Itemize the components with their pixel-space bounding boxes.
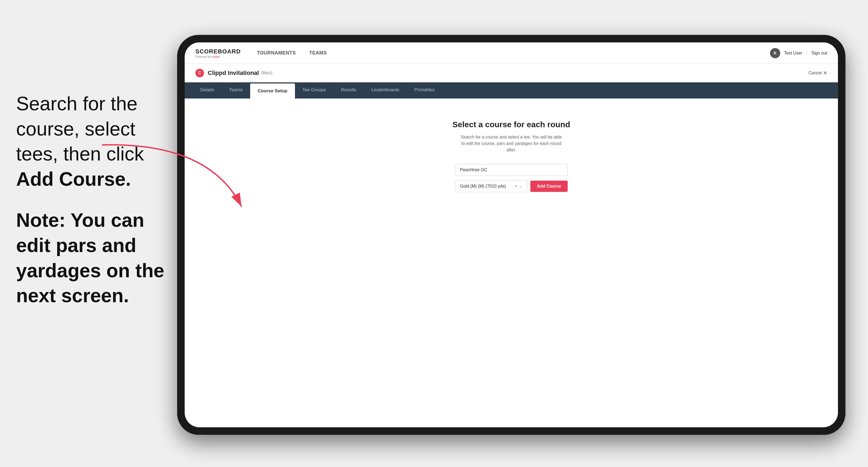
nav-tournaments[interactable]: TOURNAMENTS — [257, 50, 296, 56]
annotation-line1: Search for thecourse, selecttees, then c… — [16, 91, 166, 192]
tee-select-icons: × ⌄ — [515, 184, 522, 189]
tab-navigation: Details Teams Course Setup Tee Groups Re… — [185, 83, 838, 98]
tournament-icon: C — [195, 69, 204, 77]
tablet-device: SCOREBOARD Powered by clippd TOURNAMENTS… — [177, 35, 845, 435]
tab-details[interactable]: Details — [193, 83, 222, 98]
content-description: Search for a course and select a tee. Yo… — [460, 134, 562, 153]
tab-leaderboards[interactable]: Leaderboards — [364, 83, 407, 98]
content-title: Select a course for each round — [453, 120, 570, 129]
tournament-subtitle: (Men) — [261, 70, 272, 75]
cancel-button[interactable]: Cancel ✕ — [808, 70, 827, 76]
header-right: R Test User | Sign out — [770, 48, 827, 58]
annotation-bold: Add Course. — [16, 168, 131, 190]
main-content: Select a course for each round Search fo… — [185, 98, 838, 340]
tab-teams[interactable]: Teams — [222, 83, 250, 98]
separator: | — [806, 51, 807, 56]
logo-text: SCOREBOARD — [195, 48, 241, 55]
tablet-screen: SCOREBOARD Powered by clippd TOURNAMENTS… — [185, 42, 838, 427]
tee-select-value: Gold (M) (M) (7010 yds) — [460, 184, 506, 189]
nav-teams[interactable]: TEAMS — [309, 50, 327, 56]
tee-select-row: Gold (M) (M) (7010 yds) × ⌄ Add Course — [455, 180, 568, 192]
user-name: Test User — [784, 51, 803, 56]
add-course-button[interactable]: Add Course — [530, 181, 568, 192]
cancel-icon: ✕ — [823, 70, 827, 76]
logo-area: SCOREBOARD Powered by clippd — [195, 48, 241, 58]
sign-out-button[interactable]: Sign out — [811, 51, 827, 56]
tab-results[interactable]: Results — [333, 83, 364, 98]
annotation-note: Note: You canedit pars andyardages on th… — [16, 208, 166, 308]
tab-tee-groups[interactable]: Tee Groups — [295, 83, 334, 98]
user-avatar: R — [770, 48, 780, 58]
tee-clear-icon[interactable]: × — [515, 184, 517, 189]
nav-items: TOURNAMENTS TEAMS — [257, 50, 327, 56]
tournament-title: Clippd Invitational — [208, 69, 259, 76]
tournament-header: C Clippd Invitational (Men) Cancel ✕ — [185, 64, 838, 83]
app-header: SCOREBOARD Powered by clippd TOURNAMENTS… — [185, 42, 838, 64]
logo-sub: Powered by clippd — [195, 55, 241, 58]
tee-toggle-icon[interactable]: ⌄ — [519, 184, 522, 189]
annotation-note-label: Note: You canedit pars andyardages on th… — [16, 209, 164, 306]
tee-select-dropdown[interactable]: Gold (M) (M) (7010 yds) × ⌄ — [455, 180, 527, 192]
course-search-input[interactable] — [455, 164, 568, 176]
annotation-area: Search for thecourse, selecttees, then c… — [0, 0, 183, 467]
tab-printables[interactable]: Printables — [407, 83, 442, 98]
tab-course-setup[interactable]: Course Setup — [250, 84, 295, 98]
